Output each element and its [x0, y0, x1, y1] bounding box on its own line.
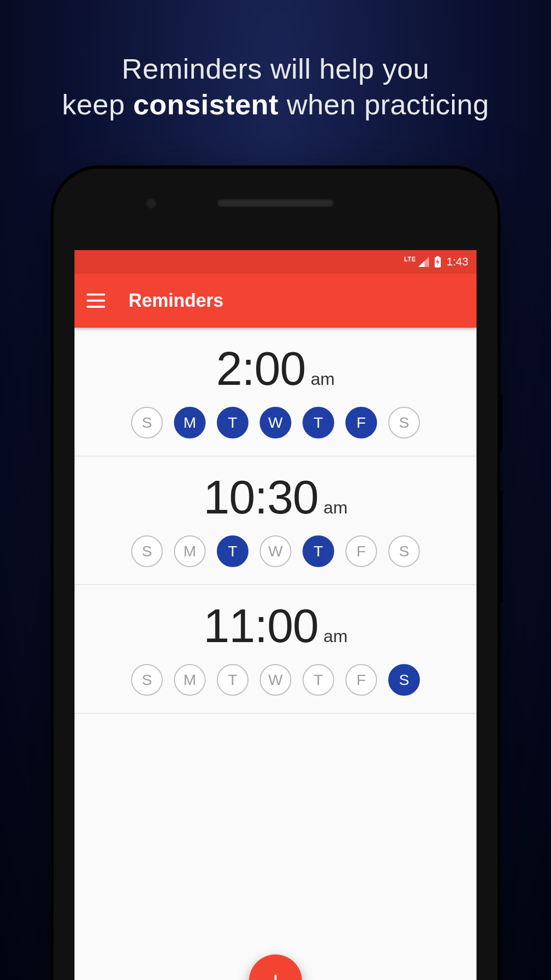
day-toggle[interactable]: S [131, 664, 163, 696]
day-selector: SMTWTFS [74, 407, 477, 438]
reminder-time: 11:00 [204, 599, 318, 653]
day-toggle[interactable]: T [217, 664, 248, 696]
day-selector: SMTWTFS [74, 535, 477, 567]
reminder-item[interactable]: 2:00amSMTWTFS [74, 328, 477, 456]
svg-rect-1 [436, 256, 439, 258]
reminder-ampm: am [323, 626, 347, 646]
day-toggle[interactable]: W [260, 407, 291, 438]
day-toggle[interactable]: T [303, 535, 334, 567]
signal-icon [418, 257, 429, 267]
reminder-item[interactable]: 10:30amSMTWTFS [74, 456, 477, 585]
reminder-ampm: am [311, 369, 335, 389]
day-toggle[interactable]: S [388, 407, 420, 438]
device-frame: LTE 1:43 Reminders 2:00amSMTWTFS10:30amS… [54, 168, 497, 980]
reminder-ampm: am [323, 498, 347, 518]
reminder-time-row: 10:30am [74, 471, 477, 524]
day-toggle[interactable]: M [174, 407, 206, 438]
day-toggle[interactable]: F [345, 664, 377, 696]
status-bar: LTE 1:43 [74, 250, 477, 274]
reminder-item[interactable]: 11:00amSMTWTFS [74, 585, 477, 714]
day-toggle[interactable]: W [260, 535, 291, 567]
reminder-time-row: 2:00am [74, 342, 477, 396]
reminder-list: 2:00amSMTWTFS10:30amSMTWTFS11:00amSMTWTF… [74, 328, 477, 714]
screen: LTE 1:43 Reminders 2:00amSMTWTFS10:30amS… [74, 250, 477, 980]
front-camera [145, 198, 157, 209]
day-toggle[interactable]: T [217, 407, 248, 438]
promo-headline: Reminders will help you keep consistent … [0, 51, 551, 122]
promo-line1: Reminders will help you [0, 51, 551, 87]
day-toggle[interactable]: F [345, 407, 377, 438]
day-toggle[interactable]: S [388, 535, 420, 567]
battery-charging-icon [434, 256, 441, 267]
day-toggle[interactable]: T [303, 664, 334, 696]
plus-icon: + [267, 965, 284, 980]
day-selector: SMTWTFS [74, 664, 477, 696]
reminder-time: 2:00 [216, 342, 306, 396]
reminder-time: 10:30 [204, 471, 318, 524]
device-side-button [497, 490, 503, 602]
promo-line2: keep consistent when practicing [0, 87, 551, 122]
app-bar: Reminders [74, 274, 477, 328]
network-label: LTE [404, 256, 416, 263]
day-toggle[interactable]: M [174, 535, 206, 567]
day-toggle[interactable]: S [388, 664, 420, 696]
day-toggle[interactable]: M [174, 664, 206, 696]
reminder-time-row: 11:00am [74, 599, 477, 653]
menu-icon[interactable] [87, 293, 105, 308]
earpiece [217, 199, 334, 207]
add-reminder-button[interactable]: + [249, 954, 302, 980]
status-time: 1:43 [446, 255, 468, 268]
day-toggle[interactable]: S [131, 407, 163, 438]
day-toggle[interactable]: W [260, 664, 291, 696]
page-title: Reminders [129, 290, 223, 311]
day-toggle[interactable]: T [217, 535, 248, 567]
day-toggle[interactable]: T [303, 407, 334, 438]
day-toggle[interactable]: F [345, 535, 377, 567]
day-toggle[interactable]: S [131, 535, 163, 567]
